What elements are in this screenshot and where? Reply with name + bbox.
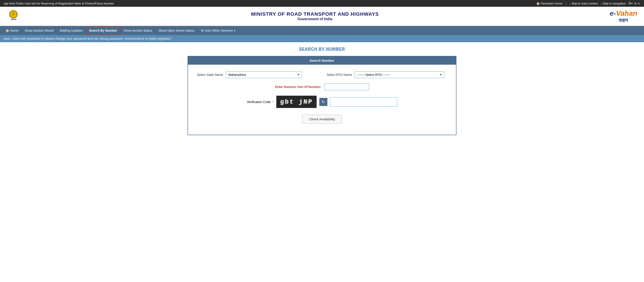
logo-e: e- — [610, 9, 616, 17]
dropdown-arrow-icon: ▼ — [234, 29, 236, 32]
top-bar-right: 🏠 Parivahan Home ↓ ↓ Skip to main conten… — [536, 1, 640, 6]
font-small-btn[interactable]: A- — [638, 2, 640, 5]
required-marker: * — [272, 100, 274, 104]
nav-auction-result[interactable]: Show Auction Result — [22, 26, 56, 35]
rto-select[interactable]: --------Select RTO-------- — [355, 71, 444, 78]
submit-row: Check Availability — [197, 115, 447, 123]
numeric-label: Enter Numeric Part Of Number: — [275, 85, 322, 89]
nav-other-services[interactable]: ⚙ User Other Services ▼ — [198, 26, 239, 35]
nav-bidding[interactable]: Bidding Updates — [57, 26, 86, 35]
other-services-icon: ⚙ — [201, 29, 204, 32]
govt-subtitle: Government of India — [20, 17, 610, 21]
top-bar: ugh New Public User link for Reserving o… — [0, 0, 644, 7]
captcha-text: gbt jNP — [280, 98, 313, 105]
parivahan-home-link[interactable]: 🏠 Parivahan Home — [536, 2, 562, 5]
nav-auction-status[interactable]: Show Auction Status — [120, 26, 155, 35]
font-size-controls: A+ A A- — [628, 1, 640, 6]
skip-nav-icon: ↓ — [600, 2, 602, 5]
numeric-row: Enter Numeric Part Of Number: — [197, 83, 447, 90]
nav-open-series[interactable]: Show Open Series Status — [155, 26, 198, 35]
skip-down-icon: ↓ — [569, 2, 571, 5]
search-box-body: Select State Name Maharashtra Andhra Pra… — [188, 65, 456, 135]
state-group: Select State Name Maharashtra Andhra Pra… — [197, 71, 302, 78]
alert-text: ason. Users are requested to please chan… — [4, 37, 172, 40]
state-select[interactable]: Maharashtra Andhra Pradesh Delhi Karnata… — [226, 71, 302, 78]
logo-devanagari: वाहन — [610, 18, 637, 23]
header-logo: सत्यमेव जयते — [7, 10, 20, 23]
state-rto-row: Select State Name Maharashtra Andhra Pra… — [197, 71, 447, 78]
home-nav-icon: 🏠 — [6, 29, 9, 32]
alert-bar: ason. Users are requested to please chan… — [0, 35, 644, 42]
font-medium-btn[interactable]: A — [634, 2, 636, 5]
svg-point-5 — [12, 12, 14, 14]
navbar: 🏠 Home Show Auction Result Bidding Updat… — [0, 26, 644, 35]
captcha-refresh-button[interactable]: ↻ — [319, 98, 328, 106]
search-box: Search Number Select State Name Maharash… — [188, 56, 456, 135]
state-label: Select State Name — [197, 73, 223, 77]
search-box-header: Search Number — [188, 56, 456, 65]
rto-group: Select RTO Name --------Select RTO------… — [327, 71, 444, 78]
skip-nav-link[interactable]: ↓ Skip to navigation — [600, 2, 626, 5]
captcha-row: Verification Code: * gbt jNP ↻ — [197, 96, 447, 108]
scrolling-text: ugh New Public User link for Reserving o… — [4, 2, 114, 5]
nav-home[interactable]: 🏠 Home — [2, 26, 22, 35]
main-content: SEARCH BY NUMBER Search Number Select St… — [0, 42, 644, 140]
captcha-input[interactable] — [330, 97, 397, 107]
numeric-input[interactable] — [324, 83, 369, 90]
font-large-btn[interactable]: A+ — [628, 1, 633, 6]
ministry-title: MINISTRY OF ROAD TRANSPORT AND HIGHWAYS — [20, 11, 610, 17]
header: सत्यमेव जयते MINISTRY OF ROAD TRANSPORT … — [0, 7, 644, 26]
skip-main-link[interactable]: ↓ Skip to main content — [569, 2, 598, 5]
nav-search-by-number[interactable]: Search By Number — [86, 26, 120, 35]
home-icon: 🏠 — [536, 2, 540, 5]
header-center: MINISTRY OF ROAD TRANSPORT AND HIGHWAYS … — [20, 11, 610, 21]
refresh-icon: ↻ — [322, 99, 325, 104]
rto-label: Select RTO Name — [327, 73, 352, 77]
india-emblem-icon: सत्यमेव जयते — [7, 10, 20, 23]
evahan-logo: e-Vahan वाहन — [610, 9, 637, 23]
svg-text:सत्यमेव जयते: सत्यमेव जयते — [10, 19, 17, 20]
logo-vahan: Vahan — [616, 9, 637, 17]
verification-label: Verification Code: * — [247, 100, 274, 104]
captcha-image: gbt jNP — [276, 96, 316, 108]
check-availability-button[interactable]: Check Availability — [302, 115, 342, 123]
page-title: SEARCH BY NUMBER — [9, 47, 635, 51]
